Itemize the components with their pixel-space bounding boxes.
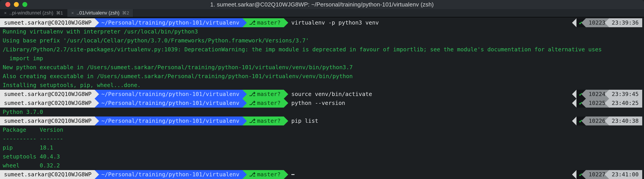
output-line: pip 18.1: [0, 143, 644, 152]
output-line: Running virtualenv with interpreter /usr…: [0, 27, 644, 36]
prompt-path-segment: ~/Personal/training/python-101/virtualen…: [94, 90, 242, 99]
command-text: pip list: [284, 117, 318, 125]
prompt-row: sumeet.sarkar@C02Q10WJG8WP ~/Personal/tr…: [0, 90, 644, 99]
git-branch-icon: ⎇: [249, 90, 256, 99]
close-tab-icon[interactable]: ×: [71, 10, 74, 16]
time-segment: 23:40:25: [609, 99, 642, 108]
prompt-git-segment: ⎇master ?: [242, 90, 284, 99]
prompt-row-current[interactable]: sumeet.sarkar@C02Q10WJG8WP ~/Personal/tr…: [0, 170, 644, 179]
git-branch-icon: ⎇: [249, 170, 256, 179]
output-line: Python 3.7.0: [0, 108, 644, 117]
titlebar: 1. sumeet.sarkar@C02Q10WJG8WP: ~/Persona…: [0, 0, 644, 9]
prompt-path-segment: ~/Personal/training/python-101/virtualen…: [94, 99, 242, 108]
prompt-user-segment: sumeet.sarkar@C02Q10WJG8WP: [0, 90, 94, 99]
output-line: setuptools 40.4.3: [0, 152, 644, 161]
tab-windtunnel[interactable]: × ..pi-windtunnel (zsh) ⌘1: [0, 9, 67, 17]
terminal-window: 1. sumeet.sarkar@C02Q10WJG8WP: ~/Persona…: [0, 0, 644, 179]
tab-virtualenv[interactable]: × ..01/virtualenv (zsh) ⌘2: [67, 9, 134, 17]
output-line: Using base prefix '/usr/local/Cellar/pyt…: [0, 36, 644, 45]
command-text: virtualenv -p python3 venv: [284, 18, 379, 27]
prompt-row: sumeet.sarkar@C02Q10WJG8WP ~/Personal/tr…: [0, 18, 644, 27]
output-line: /Library/Python/2.7/site-packages/virtua…: [0, 45, 644, 54]
prompt-path-segment: ~/Personal/training/python-101/virtualen…: [94, 170, 242, 179]
prompt-user-segment: sumeet.sarkar@C02Q10WJG8WP: [0, 117, 94, 125]
tab-shortcut: ⌘1: [56, 10, 63, 16]
output-line: ---------- -------: [0, 134, 644, 143]
time-segment: 23:39:45: [609, 90, 642, 99]
prompt-path-segment: ~/Personal/training/python-101/virtualen…: [94, 18, 242, 27]
prompt-git-segment: ⎇master ?: [242, 99, 284, 108]
git-branch-icon: ⎇: [249, 18, 256, 27]
prompt-git-segment: ⎇master ?: [242, 18, 284, 27]
command-text: source venv/bin/activate: [284, 90, 372, 99]
command-text: python --version: [284, 99, 345, 108]
tab-bar: × ..pi-windtunnel (zsh) ⌘1 × ..01/virtua…: [0, 9, 644, 17]
output-line: Package Version: [0, 125, 644, 134]
window-title: 1. sumeet.sarkar@C02Q10WJG8WP: ~/Persona…: [0, 1, 644, 8]
time-segment: 23:39:36: [609, 18, 642, 27]
tab-label: ..pi-windtunnel (zsh): [10, 10, 54, 16]
prompt-path-segment: ~/Personal/training/python-101/virtualen…: [94, 117, 242, 125]
prompt-row: sumeet.sarkar@C02Q10WJG8WP ~/Personal/tr…: [0, 99, 644, 108]
git-branch-icon: ⎇: [249, 117, 256, 125]
tab-shortcut: ⌘2: [122, 10, 129, 16]
output-line: import imp: [0, 54, 644, 63]
cursor: [291, 174, 294, 175]
terminal-body[interactable]: sumeet.sarkar@C02Q10WJG8WP ~/Personal/tr…: [0, 17, 644, 179]
output-line: wheel 0.32.2: [0, 161, 644, 170]
prompt-user-segment: sumeet.sarkar@C02Q10WJG8WP: [0, 18, 94, 27]
prompt-git-segment: ⎇master ?: [242, 170, 284, 179]
tab-label: ..01/virtualenv (zsh): [76, 10, 120, 16]
git-branch-icon: ⎇: [249, 99, 256, 108]
time-segment: 23:41:00: [609, 170, 642, 179]
output-line: Also creating executable in /Users/sumee…: [0, 72, 644, 81]
prompt-user-segment: sumeet.sarkar@C02Q10WJG8WP: [0, 170, 94, 179]
time-segment: 23:40:38: [609, 117, 642, 125]
prompt-git-segment: ⎇master ?: [242, 117, 284, 125]
prompt-row: sumeet.sarkar@C02Q10WJG8WP ~/Personal/tr…: [0, 117, 644, 125]
prompt-user-segment: sumeet.sarkar@C02Q10WJG8WP: [0, 99, 94, 108]
output-line: Installing setuptools, pip, wheel...done…: [0, 81, 644, 90]
output-line: New python executable in /Users/sumeet.s…: [0, 63, 644, 72]
close-tab-icon[interactable]: ×: [4, 10, 7, 16]
